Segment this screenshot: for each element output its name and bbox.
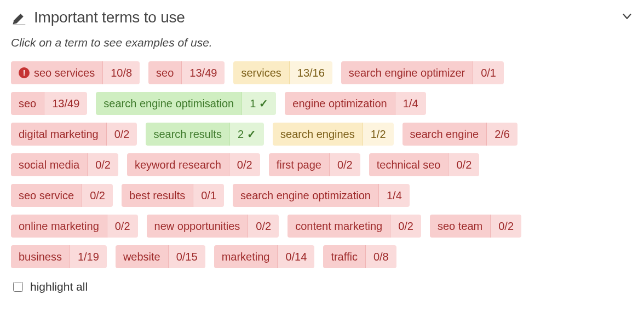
term-chip[interactable]: search engine optimization1/4 (233, 184, 410, 207)
term-chip[interactable]: search engines1/2 (273, 123, 393, 146)
term-chip-count: 0/2 (449, 153, 479, 176)
term-chip-label: engine optimization (285, 92, 395, 115)
term-chip[interactable]: search engine optimizer0/1 (341, 61, 504, 84)
term-chip-count: 13/49 (44, 92, 87, 115)
term-chip-count: 0/2 (229, 153, 260, 176)
term-chip-text: first page (277, 159, 321, 171)
highlight-all-row[interactable]: highlight all (11, 280, 633, 293)
term-chip-text: traffic (331, 251, 358, 263)
term-chip-text: search engine (410, 128, 479, 141)
term-chip-count: 0/2 (107, 215, 138, 238)
term-chip[interactable]: keyword research0/2 (127, 153, 260, 176)
term-chip[interactable]: marketing0/14 (214, 245, 315, 268)
term-chip-text: seo (19, 97, 36, 110)
term-chip-label: best results (122, 184, 193, 207)
term-chip-text: engine optimization (292, 97, 387, 110)
term-chip[interactable]: first page0/2 (269, 153, 360, 176)
term-chip-label: seo (148, 61, 182, 84)
term-chip-text: online marketing (19, 220, 99, 233)
chevron-down-icon[interactable] (621, 10, 633, 25)
term-chip[interactable]: content marketing0/2 (288, 215, 421, 238)
term-chip[interactable]: technical seo0/2 (369, 153, 480, 176)
term-chip-text: search results (153, 128, 222, 141)
term-chip-count: 0/2 (491, 215, 521, 238)
term-chip[interactable]: traffic0/8 (323, 245, 396, 268)
terms-container: !seo services10/8seo13/49services13/16se… (11, 61, 633, 268)
term-chip[interactable]: seo13/49 (148, 61, 225, 84)
term-chip-count: 1/2 (363, 123, 394, 146)
term-chip-label: marketing (214, 245, 278, 268)
term-chip-label: search engines (273, 123, 363, 146)
term-chip[interactable]: seo service0/2 (11, 184, 113, 207)
term-chip-label: search engine optimisation (96, 92, 242, 115)
section-header-left: Important terms to use (11, 9, 185, 26)
term-chip[interactable]: engine optimization1/4 (285, 92, 426, 115)
term-chip[interactable]: search engine2/6 (403, 123, 518, 146)
term-chip[interactable]: search engine optimisation1✓ (96, 92, 276, 115)
term-chip-count: 0/14 (278, 245, 314, 268)
term-chip-text: search engine optimizer (349, 67, 465, 79)
term-chip-count: 0/2 (107, 123, 137, 146)
term-chip-label: services (233, 61, 289, 84)
term-chip-text: seo service (19, 189, 74, 202)
term-chip-label: content marketing (288, 215, 390, 238)
term-chip-label: business (11, 245, 70, 268)
term-chip-count: 0/1 (193, 184, 224, 207)
term-chip-text: business (19, 251, 62, 263)
term-chip-label: search results (146, 123, 230, 146)
check-icon: ✓ (259, 97, 268, 110)
term-chip-text: search engine optimization (240, 189, 371, 202)
term-chip[interactable]: online marketing0/2 (11, 215, 138, 238)
term-chip-count: 1/19 (70, 245, 107, 268)
term-chip[interactable]: search results2✓ (146, 123, 264, 146)
term-chip-count: 0/15 (169, 245, 205, 268)
term-chip[interactable]: seo team0/2 (430, 215, 521, 238)
term-chip-label: search engine (403, 123, 487, 146)
term-chip-count: 10/8 (103, 61, 140, 84)
term-chip[interactable]: digital marketing0/2 (11, 123, 137, 146)
term-chip-count: 13/49 (182, 61, 225, 84)
term-chip-text: website (123, 251, 160, 263)
term-chip-text: search engines (280, 128, 355, 141)
term-chip-text: keyword research (135, 159, 221, 171)
term-chip-text: best results (129, 189, 185, 202)
term-chip[interactable]: services13/16 (233, 61, 332, 84)
term-chip-count: 2/6 (487, 123, 518, 146)
warning-icon: ! (19, 67, 30, 78)
term-chip-label: seo team (430, 215, 491, 238)
term-chip-label: keyword research (127, 153, 229, 176)
term-chip-label: new opportunities (147, 215, 249, 238)
terms-row: digital marketing0/2search results2✓sear… (11, 123, 633, 146)
term-chip-label: search engine optimization (233, 184, 379, 207)
svg-rect-0 (13, 24, 26, 25)
term-chip-count: 0/2 (390, 215, 421, 238)
term-chip-text: content marketing (295, 220, 382, 233)
term-chip-count: 13/16 (290, 61, 332, 84)
check-icon: ✓ (247, 128, 256, 141)
term-chip-count: 0/2 (82, 184, 113, 207)
term-chip-count: 0/8 (366, 245, 396, 268)
terms-row: seo13/49search engine optimisation1✓engi… (11, 92, 633, 115)
term-chip-count: 0/1 (473, 61, 504, 84)
term-chip-text: seo services (34, 67, 95, 79)
term-chip-text: seo team (438, 220, 482, 233)
term-chip-label: first page (269, 153, 330, 176)
terms-row: social media0/2keyword research0/2first … (11, 153, 633, 176)
term-chip-label: technical seo (369, 153, 449, 176)
term-chip-text: seo (156, 67, 174, 79)
term-chip[interactable]: best results0/1 (122, 184, 224, 207)
term-chip[interactable]: social media0/2 (11, 153, 118, 176)
term-chip[interactable]: !seo services10/8 (11, 61, 140, 84)
term-chip-count: 0/2 (88, 153, 118, 176)
term-chip-text: new opportunities (154, 220, 240, 233)
term-chip[interactable]: website0/15 (116, 245, 205, 268)
highlight-all-checkbox[interactable] (13, 282, 23, 292)
term-chip-text: services (241, 67, 281, 79)
terms-row: seo service0/2best results0/1search engi… (11, 184, 633, 207)
term-chip-count: 1/4 (395, 92, 426, 115)
term-chip[interactable]: business1/19 (11, 245, 107, 268)
term-chip[interactable]: new opportunities0/2 (147, 215, 279, 238)
term-chip-label: search engine optimizer (341, 61, 473, 84)
term-chip-label: seo (11, 92, 44, 115)
term-chip[interactable]: seo13/49 (11, 92, 87, 115)
